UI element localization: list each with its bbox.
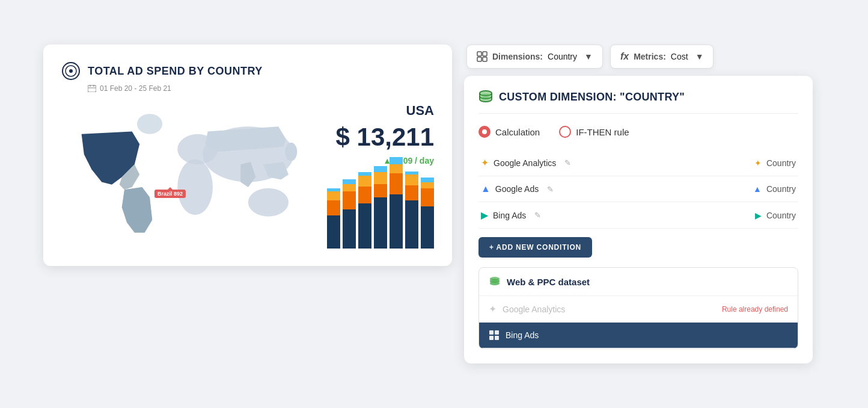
map-stats-area: Brazil 892 USA $ 13,211 ▲ $509 / day (61, 102, 434, 249)
svg-rect-3 (88, 85, 96, 92)
bing-field-label: Country (766, 211, 796, 220)
top-bar: Dimensions: Country ▼ fx Metrics: Cost ▼ (464, 45, 813, 69)
svg-rect-16 (483, 57, 487, 61)
svg-rect-13 (477, 52, 481, 56)
ifthen-radio[interactable]: IF-THEN rule (559, 126, 629, 138)
bing-icon: ▶ (481, 209, 488, 221)
svg-rect-27 (495, 336, 499, 340)
main-value: $ 13,211 (336, 123, 435, 151)
svg-point-2 (69, 69, 73, 73)
dataset-item-bing[interactable]: Bing Ads (479, 323, 798, 348)
source-cell-gads: ▲ Google Ads ✎ (478, 176, 692, 202)
gads-edit-icon[interactable]: ✎ (547, 185, 554, 194)
dataset-ga-label: Google Analytics (503, 304, 565, 314)
fx-icon: fx (620, 51, 629, 62)
source-name-ga: ✦ Google Analytics ✎ (481, 157, 689, 168)
svg-point-20 (480, 97, 492, 102)
bar-7 (421, 178, 434, 249)
world-map (61, 102, 314, 247)
bar-2 (343, 179, 356, 249)
svg-rect-25 (495, 330, 499, 335)
svg-rect-15 (477, 57, 481, 61)
svg-point-23 (490, 282, 500, 285)
rule-defined-label: Rule already defined (722, 305, 788, 314)
bing-field-icon: ▶ (755, 211, 762, 220)
map-container: Brazil 892 (61, 102, 327, 249)
ga-field: ✦ Country (694, 158, 796, 168)
target-icon (61, 61, 81, 81)
source-cell-ga: ✦ Google Analytics ✎ (478, 150, 692, 176)
gads-field: ▲ Country (694, 184, 796, 194)
table-row: ✦ Google Analytics ✎ ✦ Country (478, 150, 798, 176)
metrics-value: Cost (671, 52, 688, 61)
dimensions-label: Dimensions: (492, 52, 543, 61)
svg-rect-26 (489, 336, 494, 340)
ifthen-label: IF-THEN rule (576, 127, 629, 137)
svg-point-10 (248, 188, 289, 217)
calculation-radio[interactable]: Calculation (478, 126, 540, 138)
dimensions-dropdown[interactable]: Dimensions: Country ▼ (466, 45, 603, 69)
metrics-chevron-icon: ▼ (695, 52, 704, 61)
ga-edit-icon[interactable]: ✎ (564, 158, 571, 167)
database-icon (478, 90, 493, 104)
svg-rect-14 (483, 52, 487, 56)
dataset-header-label: Web & PPC dataset (507, 277, 590, 287)
brazil-label: Brazil 892 (154, 190, 186, 198)
ifthen-radio-circle (559, 126, 571, 138)
add-condition-button[interactable]: + ADD NEW CONDITION (478, 237, 592, 258)
source-name-gads: ▲ Google Ads ✎ (481, 184, 689, 194)
right-panel: Dimensions: Country ▼ fx Metrics: Cost ▼ (464, 45, 813, 363)
calculation-label: Calculation (495, 127, 540, 137)
source-name-bing: ▶ Bing Ads ✎ (481, 209, 689, 221)
bar-yellow (327, 191, 340, 200)
country-name: USA (406, 103, 434, 119)
dataset-item-ga[interactable]: ✦ Google Analytics Rule already defined (479, 296, 798, 323)
dataset-bing-left: Bing Ads (489, 330, 539, 341)
stats-area: USA $ 13,211 ▲ $509 / day (327, 103, 434, 249)
dataset-dropdown: Web & PPC dataset ✦ Google Analytics Rul… (478, 267, 798, 349)
gads-label: Google Ads (495, 184, 539, 194)
radio-row: Calculation IF-THEN rule (478, 126, 798, 138)
svg-point-11 (137, 114, 162, 134)
calendar-icon (88, 85, 96, 92)
field-cell-gads: ▲ Country (692, 176, 798, 202)
gads-field-icon: ▲ (753, 184, 762, 194)
metrics-label: Metrics: (634, 52, 666, 61)
date-range: 01 Feb 20 - 25 Feb 21 (88, 84, 434, 93)
bar-6 (405, 172, 418, 249)
dataset-bing-label: Bing Ads (506, 330, 539, 340)
dataset-ga-icon: ✦ (489, 303, 497, 315)
ga-field-label: Country (766, 158, 796, 168)
dataset-ga-left: ✦ Google Analytics (489, 303, 565, 315)
gads-icon: ▲ (481, 184, 491, 194)
card-header: TOTAL AD SPEND BY COUNTRY (61, 61, 434, 81)
bing-edit-icon[interactable]: ✎ (534, 211, 541, 220)
metrics-dropdown[interactable]: fx Metrics: Cost ▼ (610, 45, 714, 69)
bar-navy (327, 215, 340, 249)
ga-scatter-icon: ✦ (481, 157, 489, 168)
left-card: TOTAL AD SPEND BY COUNTRY 01 Feb 20 - 25… (43, 45, 452, 266)
dataset-header: Web & PPC dataset (479, 268, 798, 296)
svg-point-12 (285, 143, 297, 161)
card-title: TOTAL AD SPEND BY COUNTRY (88, 65, 263, 78)
source-cell-bing: ▶ Bing Ads ✎ (478, 202, 692, 229)
dimensions-value: Country (548, 52, 577, 61)
dimensions-chevron-icon: ▼ (584, 52, 593, 61)
bar-5 (390, 157, 403, 249)
bar-3 (358, 172, 371, 249)
date-range-text: 01 Feb 20 - 25 Feb 21 (100, 84, 171, 93)
panel-title: CUSTOM DIMENSION: "COUNTRY" (499, 91, 685, 104)
ga-label: Google Analytics (494, 158, 556, 168)
bar-1 (327, 188, 340, 249)
sources-table: ✦ Google Analytics ✎ ✦ Country (478, 150, 798, 229)
svg-point-8 (177, 159, 213, 215)
gads-field-label: Country (766, 184, 796, 194)
svg-rect-24 (489, 330, 494, 335)
bing-field: ▶ Country (694, 211, 796, 220)
dataset-bing-icon (489, 330, 500, 341)
field-cell-ga: ✦ Country (692, 150, 798, 176)
bar-chart (327, 176, 434, 249)
radio-inner (482, 129, 487, 134)
bing-label: Bing Ads (493, 211, 526, 220)
calculation-radio-circle (478, 126, 491, 138)
